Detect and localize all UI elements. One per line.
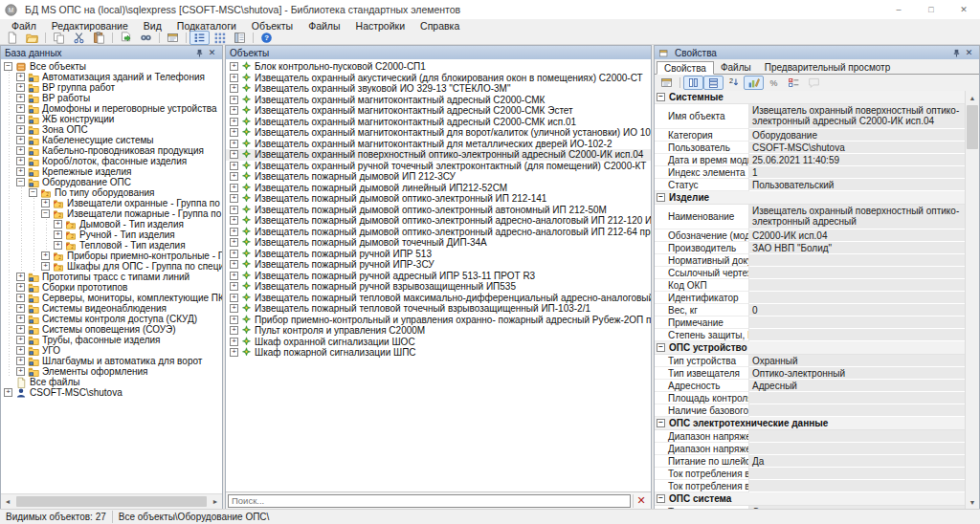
comment-icon[interactable]: [804, 76, 824, 90]
property-row[interactable]: Код ОКП: [655, 279, 966, 292]
split-view-icon[interactable]: [683, 76, 703, 90]
tree-item[interactable]: −2По типу оборудования: [1, 187, 222, 198]
expand-toggle-icon[interactable]: +: [230, 216, 238, 225]
property-value[interactable]: [749, 468, 966, 480]
expand-toggle-icon[interactable]: +: [230, 206, 238, 214]
expand-toggle-icon[interactable]: −: [4, 62, 12, 71]
property-row[interactable]: Нормативный докуме...: [655, 254, 966, 267]
property-row[interactable]: ПроизводительЗАО НВП "Болид": [655, 242, 966, 254]
property-value[interactable]: [749, 267, 966, 279]
property-value[interactable]: 1: [749, 166, 966, 179]
property-row[interactable]: Индекс элемента1: [655, 166, 966, 179]
expand-toggle-icon[interactable]: +: [230, 250, 238, 258]
property-value[interactable]: Адресный: [749, 380, 966, 392]
percent-icon[interactable]: %: [764, 76, 784, 90]
details-view-icon[interactable]: [230, 31, 250, 45]
object-list-item[interactable]: +Извещатель охранный магнитоконтактный а…: [226, 105, 651, 117]
object-list-item[interactable]: +Извещатель пожарный дымовой оптико-элек…: [226, 205, 651, 216]
property-row[interactable]: Тип устройстваОхранный: [655, 355, 966, 367]
expand-toggle-icon[interactable]: +: [16, 115, 25, 123]
property-value[interactable]: Оптико-электронный: [749, 367, 966, 380]
tree-item[interactable]: +Системы оповещения (СОУЭ): [1, 324, 222, 335]
object-list-item[interactable]: +Извещатель охранный магнитоконтактный д…: [226, 139, 651, 150]
expand-toggle-icon[interactable]: +: [230, 96, 238, 104]
property-row[interactable]: Ток потребления в де...: [655, 468, 966, 480]
tab-preview[interactable]: Предварительный просмотр: [758, 60, 898, 74]
property-value[interactable]: [749, 317, 966, 329]
scroll-left-icon[interactable]: ◄: [1, 495, 14, 509]
property-value[interactable]: [749, 430, 966, 443]
property-row[interactable]: Обозначение (модель)С2000-ИК исп.04: [655, 229, 966, 242]
property-row[interactable]: СтатусПользовательский: [655, 179, 966, 191]
property-value[interactable]: ЗАО НВП "Болид": [749, 242, 966, 254]
tree-item[interactable]: +Сборки прототипов: [1, 282, 222, 293]
tree-item[interactable]: +Короб/лоток, фасонные изделия: [1, 156, 222, 166]
tree-item[interactable]: +Системы видеонаблюдения: [1, 303, 222, 314]
close-panel-icon[interactable]: ✕: [206, 47, 218, 58]
object-list-item[interactable]: +Извещатель пожарный дымовой ИП 212-3СУ: [226, 171, 651, 183]
object-list-item[interactable]: +Блок контрольно-пусковой С2000-СП1: [226, 61, 651, 73]
pin-icon[interactable]: [193, 47, 206, 58]
expand-toggle-icon[interactable]: +: [16, 94, 25, 102]
expand-toggle-icon[interactable]: +: [54, 230, 62, 239]
tree-item[interactable]: +Серверы, мониторы, комплектующие ПК: [1, 293, 222, 303]
tree-item[interactable]: +2Приборы приемно-контрольные - Группа п…: [1, 251, 222, 261]
collapse-toggle-icon[interactable]: −: [657, 343, 665, 352]
tree-item[interactable]: +Кабеленесущие системы: [1, 135, 222, 145]
expand-toggle-icon[interactable]: +: [16, 367, 25, 376]
property-row[interactable]: Имя объектаИзвещатель охранный поверхнос…: [655, 104, 966, 129]
property-value[interactable]: 25.06.2021 11:40:59: [749, 154, 966, 166]
tree-item[interactable]: +Трубы, фасонные изделия: [1, 335, 222, 345]
object-list-item[interactable]: +Извещатель охранный ручной точечный эле…: [226, 161, 651, 172]
expand-toggle-icon[interactable]: +: [230, 282, 238, 291]
property-category[interactable]: −ОПС электротехнические данные: [655, 417, 966, 430]
property-value[interactable]: Извещатель охранный поверхностный оптико…: [749, 205, 966, 229]
object-list-item[interactable]: +Извещатель пожарный дымовой оптико-элек…: [226, 193, 651, 205]
tree-item[interactable]: +ЖБ конструкции: [1, 114, 222, 124]
sort-icon[interactable]: 2: [724, 76, 744, 90]
property-row[interactable]: Тип извещателяОптико-электронный: [655, 367, 966, 380]
property-value[interactable]: Пользовательский: [749, 179, 966, 191]
expand-toggle-icon[interactable]: +: [230, 316, 238, 324]
clear-search-icon[interactable]: ✕: [633, 494, 649, 508]
expand-toggle-icon[interactable]: +: [16, 83, 25, 92]
tree-item[interactable]: +Зона ОПС: [1, 124, 222, 135]
expand-toggle-icon[interactable]: +: [16, 315, 25, 323]
property-row[interactable]: Ток потребления в ре...: [655, 480, 966, 492]
expand-toggle-icon[interactable]: +: [230, 84, 238, 93]
close-panel-icon[interactable]: ✕: [963, 47, 975, 58]
expand-toggle-icon[interactable]: +: [230, 272, 238, 280]
minimize-button[interactable]: –: [882, 0, 915, 19]
expand-toggle-icon[interactable]: +: [16, 73, 25, 81]
property-row[interactable]: Ссылочный чертеж: [655, 267, 966, 279]
tree-item[interactable]: Все файлы: [1, 377, 222, 387]
property-value[interactable]: С2000-ИК исп.04: [749, 229, 966, 242]
expand-toggle-icon[interactable]: +: [230, 304, 238, 313]
properties-window-icon[interactable]: [163, 31, 183, 45]
property-row[interactable]: Степень защиты, IP: [655, 329, 966, 341]
grid-view-icon[interactable]: [210, 31, 230, 45]
expand-toggle-icon[interactable]: +: [16, 157, 25, 165]
expand-toggle-icon[interactable]: +: [230, 228, 238, 236]
expand-toggle-icon[interactable]: +: [16, 294, 25, 302]
scroll-down-icon[interactable]: ▼: [966, 495, 979, 509]
object-list-item[interactable]: +Извещатель охранный поверхностный оптик…: [226, 149, 651, 161]
help-icon[interactable]: ?: [256, 31, 277, 45]
insert-object-icon[interactable]: [116, 31, 136, 45]
object-list-item[interactable]: +Извещатель охранный магнитоконтактный а…: [226, 117, 651, 128]
expand-toggle-icon[interactable]: +: [230, 194, 238, 203]
tree-item[interactable]: +ВР группа работ: [1, 82, 222, 93]
tree-item[interactable]: +Шлагбаумы и автоматика для ворот: [1, 356, 222, 366]
tree-item[interactable]: +УГО: [1, 345, 222, 356]
expand-toggle-icon[interactable]: +: [230, 128, 238, 137]
expand-toggle-icon[interactable]: +: [16, 104, 25, 113]
object-list-item[interactable]: +Извещатель пожарный дымовой оптико-элек…: [226, 227, 651, 238]
property-value[interactable]: [749, 279, 966, 292]
tree-item[interactable]: +CSOFT-MSC\shutova: [1, 387, 222, 398]
tree-item[interactable]: +2Тепловой - Тип изделия: [1, 240, 222, 251]
copy-icon[interactable]: [49, 31, 69, 45]
object-list-item[interactable]: +Извещатель пожарный дымовой точечный ДИ…: [226, 237, 651, 249]
expand-toggle-icon[interactable]: +: [16, 125, 25, 134]
expand-toggle-icon[interactable]: +: [230, 172, 238, 181]
menu-item-help[interactable]: Справка: [412, 19, 467, 32]
